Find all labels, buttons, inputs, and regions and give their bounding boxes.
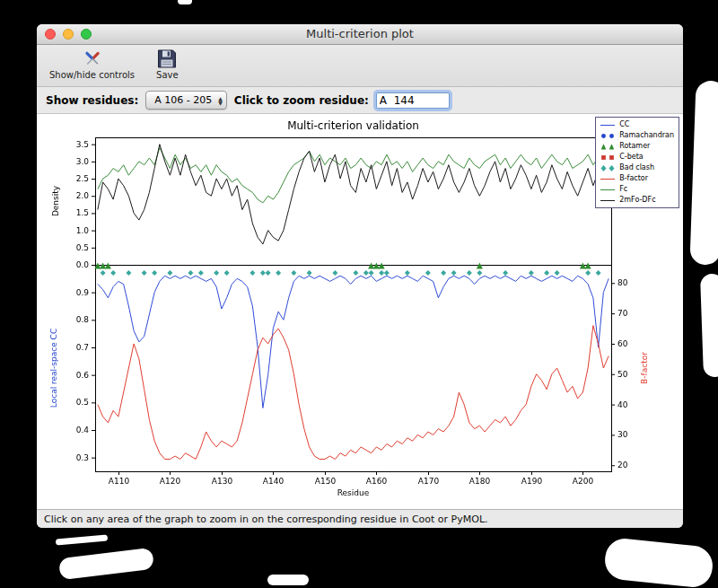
legend-item-fc: Fc [600,184,674,195]
legend-label: Rotamer [619,141,650,152]
stepper-arrows-icon: ▲▼ [218,96,223,105]
plot-legend: CCRamachandranRotamerC-betaBad clashB-fa… [595,117,679,208]
legend-item-c-beta: C-beta [600,152,674,162]
line-swatch-icon [600,197,616,205]
zoom-residue-input[interactable] [376,92,450,109]
legend-label: C-beta [619,152,644,162]
legend-item-bad-clash: Bad clash [600,162,674,173]
line-swatch-icon [600,121,616,129]
circle-swatch-icon [600,132,616,140]
photo-artifact [56,534,108,545]
legend-label: Fc [619,184,627,195]
line-swatch-icon [600,175,616,183]
status-bar: Click on any area of the graph to zoom i… [37,509,683,528]
plot-area[interactable]: CCRamachandranRotamerC-betaBad clashB-fa… [37,114,683,509]
legend-label: Bad clash [619,162,654,173]
zoom-residue-label: Click to zoom residue: [234,94,369,107]
legend-item-b-factor: B-factor [600,173,674,184]
photo-artifact [58,548,154,581]
legend-label: 2mFo-DFc [619,195,655,206]
show-hide-controls-button[interactable]: Show/hide controls [46,47,138,81]
triangle-swatch-icon [600,143,616,151]
legend-label: CC [619,119,629,130]
legend-item-ramachandran: Ramachandran [600,130,674,141]
square-swatch-icon [600,154,616,162]
photo-artifact [267,575,309,585]
status-text: Click on any area of the graph to zoom i… [44,513,488,525]
legend-item-rotamer: Rotamer [600,141,674,152]
save-floppy-icon [156,48,178,70]
legend-label: B-factor [619,173,648,184]
legend-item-2mfo-dfc: 2mFo-DFc [600,195,674,206]
residue-range-value: A 106 - 205 [154,94,212,106]
save-label: Save [156,70,179,80]
residue-range-select[interactable]: A 106 - 205 ▲▼ [145,91,227,110]
photo-artifact [603,537,714,588]
save-button[interactable]: Save [153,47,182,81]
legend-item-cc: CC [600,119,674,130]
window-title: Multi-criterion plot [37,24,683,44]
show-residues-label: Show residues: [46,94,138,107]
multi-criterion-plot-canvas[interactable] [46,116,667,504]
tools-icon [81,48,104,70]
photo-artifact [700,274,718,378]
app-window: Multi-criterion plot S [37,24,683,528]
line-swatch-icon [600,186,616,194]
titlebar[interactable]: Multi-criterion plot [37,24,683,45]
legend-label: Ramachandran [619,130,674,141]
diamond-swatch-icon [600,164,616,172]
controls-row: Show residues: A 106 - 205 ▲▼ Click to z… [37,87,683,114]
show-hide-controls-label: Show/hide controls [49,70,135,80]
photo-artifact [689,80,718,265]
screen: Multi-criterion plot S [0,0,718,588]
toolbar: Show/hide controls Save [37,45,683,87]
photo-artifact [178,0,192,4]
